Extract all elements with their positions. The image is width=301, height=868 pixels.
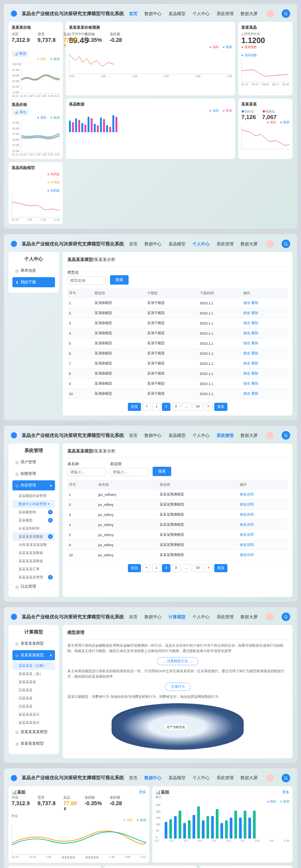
delete-link[interactable]: 删除 bbox=[251, 361, 258, 365]
add-icon[interactable]: + bbox=[48, 575, 53, 580]
page-prev[interactable]: < bbox=[143, 564, 151, 572]
nav-home[interactable]: 首页 bbox=[129, 11, 138, 17]
nav-home[interactable]: 首页 bbox=[129, 241, 138, 247]
sidebar-item[interactable]: ◇ 某某某某模型 bbox=[12, 638, 55, 649]
more-link[interactable]: 更多 bbox=[139, 790, 146, 795]
search-button[interactable]: 搜索 bbox=[110, 275, 129, 285]
tree-item[interactable]: 某某某某某数据 bbox=[12, 557, 55, 565]
avatar[interactable] bbox=[266, 613, 274, 621]
tree-item[interactable]: 从某某到时间 bbox=[12, 525, 55, 533]
sidebar-item-user[interactable]: ◇ 用户管理 bbox=[12, 457, 55, 467]
tree-item[interactable]: 沉某某某 bbox=[12, 686, 55, 694]
tree-item[interactable]: 某某模型内容管理 bbox=[12, 492, 55, 500]
delete-link[interactable]: 删除 bbox=[251, 381, 258, 385]
delete-link[interactable]: 删除 bbox=[251, 371, 258, 375]
tree-item[interactable]: 某某某某某管理+ bbox=[12, 573, 55, 582]
action-button[interactable]: G bbox=[282, 9, 290, 18]
nav-system[interactable]: 系统管理 bbox=[217, 775, 234, 781]
tree-item[interactable]: 某某某某某数据 bbox=[12, 549, 55, 557]
avatar[interactable] bbox=[266, 431, 274, 439]
add-icon[interactable]: + bbox=[48, 534, 53, 539]
nav-personal[interactable]: 个人中心 bbox=[193, 433, 210, 438]
tree-item[interactable]: 沉某某某 bbox=[12, 694, 55, 702]
sidebar-item-content[interactable]: ◇ 内容管理 ▾ bbox=[12, 480, 55, 490]
tree-item[interactable]: 某某某某汇率 bbox=[12, 565, 55, 573]
nav-bigscreen[interactable]: 数据大屏 bbox=[241, 241, 258, 247]
tree-item[interactable]: 某某某某某日 bbox=[12, 719, 55, 727]
edit-desc-link[interactable]: 修改说明 bbox=[240, 533, 254, 537]
nav-personal[interactable]: 个人中心 bbox=[193, 614, 210, 620]
tree-item[interactable]: 某某某某某 bbox=[12, 678, 55, 686]
tree-item[interactable]: 某某模型+ bbox=[12, 516, 55, 525]
nav-data[interactable]: 数据中心 bbox=[144, 433, 162, 438]
search-button[interactable]: 搜索 bbox=[153, 467, 171, 476]
model-name-input[interactable] bbox=[67, 276, 106, 285]
avatar[interactable] bbox=[266, 10, 274, 17]
nav-personal[interactable]: 个人中心 bbox=[193, 11, 210, 17]
pill-method[interactable]: … 仿真模型方法 … bbox=[157, 657, 198, 665]
edit-desc-link[interactable]: 修改说明 bbox=[240, 502, 254, 506]
add-icon[interactable]: + bbox=[48, 510, 53, 514]
edit-link[interactable]: 修改 bbox=[243, 301, 250, 305]
nav-personal[interactable]: 个人中心 bbox=[193, 241, 210, 247]
nav-model[interactable]: 某晶模型 bbox=[169, 11, 186, 17]
page-prev[interactable]: < bbox=[143, 403, 151, 411]
edit-link[interactable]: 修改 bbox=[243, 321, 250, 325]
nav-home[interactable]: 首页 bbox=[129, 433, 138, 438]
edit-link[interactable]: 修改 bbox=[243, 392, 250, 395]
edit-desc-link[interactable]: 修改说明 bbox=[240, 543, 254, 547]
edit-desc-link[interactable]: 修改说明 bbox=[240, 553, 254, 557]
nav-system[interactable]: 系统管理 bbox=[217, 614, 234, 620]
tree-item[interactable]: 沉某某某 bbox=[12, 702, 55, 711]
sidebar-item-basic[interactable]: ◇ 基本信息 bbox=[12, 266, 55, 276]
table-desc-input[interactable] bbox=[110, 468, 149, 476]
add-icon[interactable]: + bbox=[48, 518, 53, 523]
edit-link[interactable]: 修改 bbox=[243, 371, 250, 375]
sidebar-item-perm[interactable]: ◇ 权限管理 bbox=[12, 469, 55, 479]
nav-home[interactable]: 首页 bbox=[129, 775, 138, 781]
edit-link[interactable]: 修改 bbox=[243, 341, 250, 345]
nav-bigscreen[interactable]: 数据大屏 bbox=[241, 11, 258, 17]
nav-data[interactable]: 数据中心 bbox=[144, 614, 162, 620]
tree-item[interactable]: 某某某某某日 bbox=[12, 711, 55, 719]
page-10[interactable]: 10 bbox=[193, 403, 203, 411]
sidebar-item[interactable]: ◇ 某某某某模型 ▾ bbox=[12, 650, 55, 660]
tree-item[interactable]: 某某某某（某） bbox=[12, 670, 55, 678]
edit-desc-link[interactable]: 修改说明 bbox=[240, 492, 254, 496]
page-last[interactable]: 尾页 bbox=[214, 403, 227, 411]
sidebar-item[interactable]: ◇ 某某某某模型 bbox=[12, 739, 55, 749]
edit-link[interactable]: 修改 bbox=[243, 311, 250, 315]
action-button[interactable]: G bbox=[282, 774, 290, 782]
page-2[interactable]: 2 bbox=[162, 403, 170, 411]
tree-item-data[interactable]: 数据中心内容管理 ▾ bbox=[12, 500, 55, 508]
nav-data[interactable]: 数据中心 bbox=[144, 11, 162, 17]
nav-bigscreen[interactable]: 数据大屏 bbox=[241, 614, 258, 620]
page-1[interactable]: 1 bbox=[152, 564, 160, 572]
page-2[interactable]: 2 bbox=[162, 564, 170, 572]
page-first[interactable]: 首页 bbox=[128, 564, 141, 572]
action-button[interactable]: G bbox=[282, 240, 290, 248]
delete-link[interactable]: 删除 bbox=[251, 351, 258, 355]
sidebar-item[interactable]: ◇ 某某某某某模型 bbox=[12, 727, 55, 737]
nav-system[interactable]: 系统管理 bbox=[217, 11, 234, 17]
nav-bigscreen[interactable]: 数据大屏 bbox=[241, 433, 258, 438]
tree-item[interactable]: 10年某某某某某数 bbox=[12, 541, 55, 549]
nav-data[interactable]: 数据中心 bbox=[144, 775, 162, 781]
delete-link[interactable]: 删除 bbox=[251, 392, 258, 395]
edit-link[interactable]: 修改 bbox=[243, 381, 250, 385]
page-10[interactable]: 10 bbox=[193, 564, 203, 572]
edit-link[interactable]: 修改 bbox=[243, 351, 250, 355]
nav-model[interactable]: 某晶模型 bbox=[169, 241, 186, 247]
tree-item[interactable]: 某某某某（日频） bbox=[12, 662, 55, 670]
nav-model[interactable]: 某晶模型 bbox=[169, 775, 186, 781]
nav-system[interactable]: 系统管理 bbox=[217, 241, 234, 247]
page-first[interactable]: 首页 bbox=[128, 403, 141, 411]
avatar[interactable] bbox=[266, 240, 274, 248]
page-3[interactable]: 3 bbox=[172, 564, 180, 572]
nav-model[interactable]: 某晶模型 bbox=[169, 433, 186, 438]
nav-system[interactable]: 系统管理 bbox=[217, 433, 234, 438]
more-link[interactable]: 更多 bbox=[282, 790, 289, 795]
tree-item[interactable]: 某某某某某数据+ bbox=[12, 533, 55, 541]
page-last[interactable]: 尾页 bbox=[214, 564, 227, 572]
sidebar-item-log[interactable]: ◇ 日志管理 bbox=[12, 582, 55, 592]
